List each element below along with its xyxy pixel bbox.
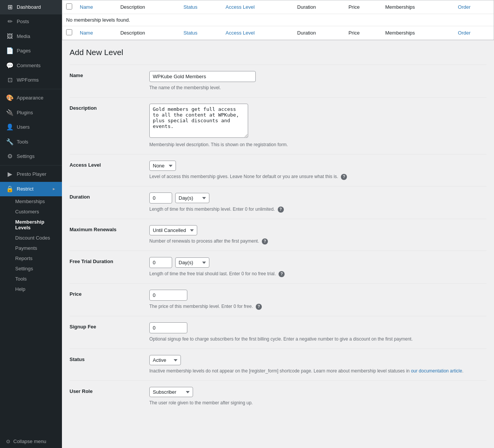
field-price-control: The price of this membership level. Ente… bbox=[149, 290, 486, 310]
sidebar-item-presto-player[interactable]: ▶ Presto Player bbox=[0, 167, 62, 181]
submenu-item-discount-codes[interactable]: Discount Codes bbox=[0, 233, 62, 243]
submenu-item-reports[interactable]: Reports bbox=[0, 253, 62, 263]
settings-icon: ⚙ bbox=[6, 152, 14, 161]
footer-th-order-link[interactable]: Order bbox=[458, 30, 470, 36]
no-items-message: No membership levels found. bbox=[62, 14, 494, 26]
field-signup-fee-label: Signup Fee bbox=[70, 322, 149, 330]
sidebar-item-appearance[interactable]: 🎨 Appearance bbox=[0, 91, 62, 105]
footer-th-description: Description bbox=[117, 26, 180, 40]
submenu-item-help[interactable]: Help bbox=[0, 284, 62, 294]
tools-icon: 🔧 bbox=[6, 138, 14, 146]
max-renewals-select[interactable]: Until Cancelled bbox=[149, 225, 197, 235]
sidebar-item-comments[interactable]: 💬 Comments bbox=[0, 58, 62, 73]
th-memberships: Memberships bbox=[382, 0, 454, 14]
footer-th-name: Name bbox=[76, 26, 117, 40]
submenu-item-tools[interactable]: Tools bbox=[0, 274, 62, 284]
footer-th-access-level-link[interactable]: Access Level bbox=[226, 30, 255, 36]
sidebar-item-label: WPForms bbox=[17, 77, 39, 84]
field-status-row: Status Active Inactive Inactive membersh… bbox=[70, 349, 486, 380]
submenu-item-membership-levels[interactable]: Membership Levels bbox=[0, 217, 62, 233]
sidebar-item-label: Restrict bbox=[17, 186, 33, 192]
select-all-footer-checkbox[interactable] bbox=[66, 29, 72, 35]
users-icon: 👤 bbox=[6, 123, 14, 131]
sidebar-item-pages[interactable]: 📄 Pages bbox=[0, 44, 62, 58]
field-description-label: Description bbox=[70, 104, 149, 111]
footer-th-name-link[interactable]: Name bbox=[80, 30, 93, 36]
th-description: Description bbox=[117, 0, 180, 14]
select-all-checkbox[interactable] bbox=[66, 3, 72, 9]
collapse-menu-button[interactable]: ⊙ Collapse menu bbox=[0, 435, 62, 448]
submenu-item-memberships[interactable]: Memberships bbox=[0, 196, 62, 207]
th-access-level-link[interactable]: Access Level bbox=[226, 4, 255, 10]
field-duration-label: Duration bbox=[70, 192, 149, 200]
free-trial-unit-select[interactable]: Day(s) Week(s) Month(s) Year(s) bbox=[175, 257, 209, 268]
user-role-select[interactable]: Subscriber Administrator Editor Author C… bbox=[149, 387, 193, 397]
description-textarea[interactable]: Gold members get full access to all the … bbox=[149, 104, 248, 138]
field-name-description: The name of the membership level. bbox=[149, 84, 486, 91]
field-max-renewals-label: Maximum Renewals bbox=[70, 225, 149, 232]
field-user-role-description: The user role given to the member after … bbox=[149, 399, 486, 406]
collapse-label: Collapse menu bbox=[13, 439, 46, 444]
footer-th-duration: Duration bbox=[293, 26, 345, 40]
sidebar-divider-2 bbox=[0, 165, 62, 166]
th-name-link[interactable]: Name bbox=[80, 4, 93, 10]
sidebar-item-restrict[interactable]: 🔒 Restrict ► bbox=[0, 182, 62, 196]
th-status-link[interactable]: Status bbox=[184, 4, 198, 10]
max-renewals-help-icon[interactable]: ? bbox=[262, 238, 268, 245]
field-price-description: The price of this membership level. Ente… bbox=[149, 303, 486, 310]
signup-fee-input[interactable] bbox=[149, 322, 187, 333]
access-level-select[interactable]: None bbox=[149, 161, 176, 171]
th-price: Price bbox=[345, 0, 382, 14]
duration-number-input[interactable] bbox=[149, 192, 172, 203]
duration-inputs: Day(s) Week(s) Month(s) Year(s) bbox=[149, 192, 486, 203]
field-status-label: Status bbox=[70, 355, 149, 362]
free-trial-help-icon[interactable]: ? bbox=[279, 271, 285, 277]
th-order-link[interactable]: Order bbox=[458, 4, 470, 10]
sidebar-item-dashboard[interactable]: ⊞ Dashboard bbox=[0, 0, 62, 14]
field-access-level-control: None Level of access this membership giv… bbox=[149, 161, 486, 180]
th-name: Name bbox=[76, 0, 117, 14]
sidebar-item-label: Appearance bbox=[17, 95, 43, 101]
footer-th-order: Order bbox=[454, 26, 494, 40]
name-input[interactable] bbox=[149, 71, 256, 82]
field-user-role-control: Subscriber Administrator Editor Author C… bbox=[149, 387, 486, 406]
footer-th-status-link[interactable]: Status bbox=[184, 30, 198, 36]
sidebar-item-posts[interactable]: ✏ Posts bbox=[0, 14, 62, 29]
price-help-icon[interactable]: ? bbox=[256, 304, 262, 310]
table-header-row: Name Description Status Access Level Dur… bbox=[62, 0, 494, 14]
status-doc-link[interactable]: our documentation article bbox=[411, 368, 462, 374]
free-trial-inputs: Day(s) Week(s) Month(s) Year(s) bbox=[149, 257, 486, 268]
sidebar-item-tools[interactable]: 🔧 Tools bbox=[0, 135, 62, 149]
field-status-description: Inactive membership levels do not appear… bbox=[149, 368, 486, 374]
footer-th-status: Status bbox=[180, 26, 222, 40]
status-select[interactable]: Active Inactive bbox=[149, 355, 181, 365]
price-input[interactable] bbox=[149, 290, 187, 301]
field-free-trial-label: Free Trial Duration bbox=[70, 257, 149, 264]
presto-player-icon: ▶ bbox=[6, 170, 14, 178]
sidebar-item-settings[interactable]: ⚙ Settings bbox=[0, 149, 62, 164]
sidebar-item-plugins[interactable]: 🔌 Plugins bbox=[0, 106, 62, 120]
field-access-level-row: Access Level None Level of access this m… bbox=[70, 154, 486, 186]
duration-help-icon[interactable]: ? bbox=[278, 207, 284, 213]
dashboard-icon: ⊞ bbox=[6, 3, 14, 11]
free-trial-number-input[interactable] bbox=[149, 257, 172, 268]
submenu-item-settings[interactable]: Settings bbox=[0, 263, 62, 274]
sidebar-item-label: Settings bbox=[17, 153, 35, 160]
field-signup-fee-description: Optional signup fee to charge subscriber… bbox=[149, 336, 486, 342]
access-level-help-icon[interactable]: ? bbox=[341, 174, 347, 180]
sidebar-item-label: Posts bbox=[17, 18, 29, 25]
sidebar-item-label: Users bbox=[17, 124, 30, 131]
pages-icon: 📄 bbox=[6, 47, 14, 55]
sidebar-item-users[interactable]: 👤 Users bbox=[0, 120, 62, 134]
submenu-item-customers[interactable]: Customers bbox=[0, 207, 62, 217]
sidebar-item-wpforms[interactable]: ⊡ WPForms bbox=[0, 73, 62, 87]
field-duration-description: Length of time for this membership level… bbox=[149, 206, 486, 213]
appearance-icon: 🎨 bbox=[6, 94, 14, 102]
no-items-row: No membership levels found. bbox=[62, 14, 494, 26]
restrict-icon: 🔒 bbox=[6, 185, 14, 193]
sidebar-item-media[interactable]: 🖼 Media bbox=[0, 29, 62, 44]
submenu-item-payments[interactable]: Payments bbox=[0, 243, 62, 253]
duration-unit-select[interactable]: Day(s) Week(s) Month(s) Year(s) bbox=[175, 193, 209, 203]
field-max-renewals-row: Maximum Renewals Until Cancelled Number … bbox=[70, 219, 486, 251]
field-price-label: Price bbox=[70, 290, 149, 297]
